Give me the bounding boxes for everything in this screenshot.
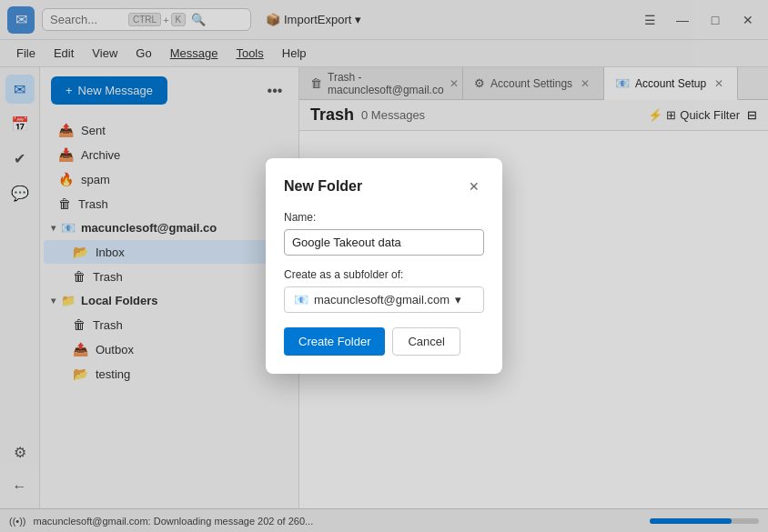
folder-name-input[interactable] (284, 229, 484, 256)
new-folder-modal: New Folder ✕ Name: Create as a subfolder… (266, 158, 502, 374)
modal-subfolder-label: Create as a subfolder of: (284, 268, 484, 281)
modal-close-button[interactable]: ✕ (464, 176, 484, 196)
modal-header: New Folder ✕ (284, 176, 484, 196)
modal-actions: Create Folder Cancel (284, 327, 484, 356)
subfolder-email-icon: 📧 (294, 293, 308, 306)
modal-name-label: Name: (284, 211, 484, 224)
subfolder-dropdown[interactable]: 📧 macunclesoft@gmail.com ▾ (284, 286, 484, 313)
subfolder-value: macunclesoft@gmail.com (314, 293, 450, 306)
create-folder-button[interactable]: Create Folder (284, 327, 385, 356)
subfolder-arrow-icon: ▾ (455, 293, 461, 306)
cancel-button[interactable]: Cancel (392, 327, 460, 356)
modal-title: New Folder (284, 178, 362, 195)
modal-overlay: New Folder ✕ Name: Create as a subfolder… (0, 0, 768, 532)
